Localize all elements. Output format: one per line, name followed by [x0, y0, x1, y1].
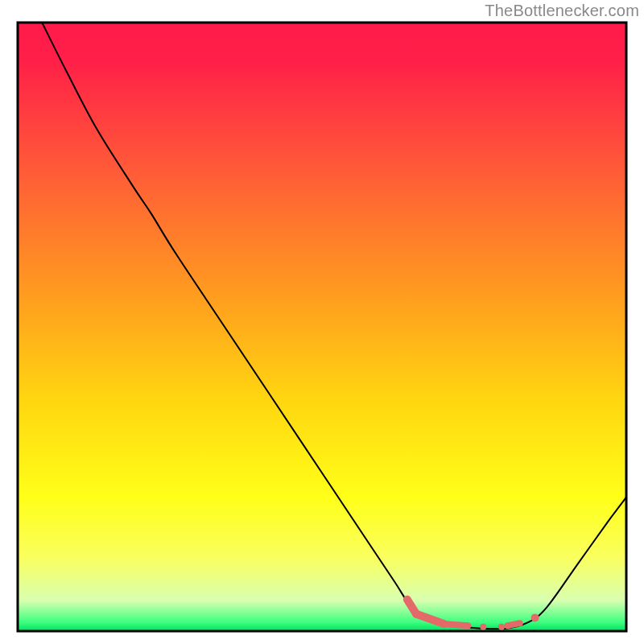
marker-dot	[531, 613, 539, 621]
marker-dot	[480, 624, 486, 630]
chart-container: TheBottlenecker.com	[0, 0, 644, 644]
marker-dot	[498, 624, 505, 630]
gradient-background	[18, 23, 626, 631]
plot-area	[18, 23, 626, 631]
marker-segment	[508, 623, 520, 625]
watermark-label: TheBottlenecker.com	[485, 2, 639, 20]
bottleneck-chart	[0, 0, 644, 644]
marker-segment	[444, 624, 468, 625]
